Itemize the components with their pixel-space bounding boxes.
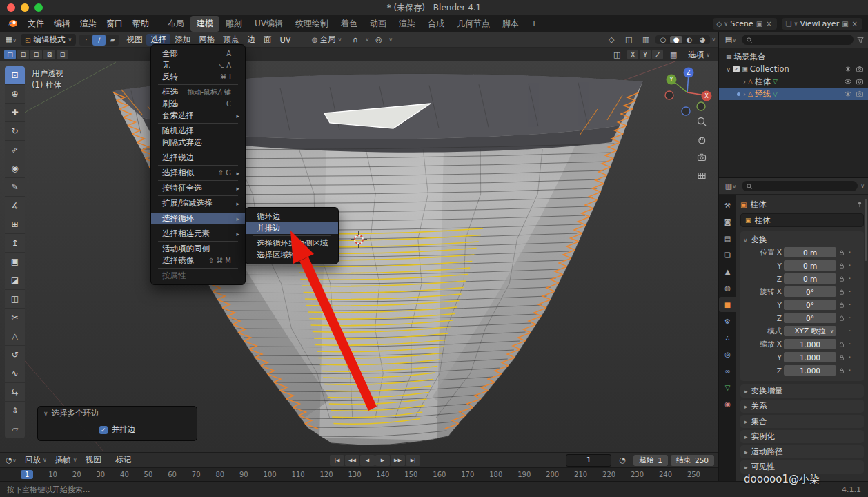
tool-move[interactable]: ✚: [5, 104, 25, 122]
scene-collection-row[interactable]: ▦ 场景集合: [719, 50, 868, 63]
show-gizmo-toggle[interactable]: ◇: [603, 35, 620, 45]
face-select-button[interactable]: ▰: [106, 35, 119, 46]
tool-measure[interactable]: ∡: [5, 197, 25, 215]
expand-icon[interactable]: ›: [743, 78, 746, 86]
side-of-active[interactable]: 活动项的同侧 ▸: [151, 243, 245, 255]
menu-item[interactable]: ▸: [158, 150, 238, 150]
tool-shear[interactable]: ▱: [5, 420, 25, 438]
circle-select[interactable]: 刷选 C ▸: [151, 98, 245, 110]
select-linked[interactable]: 选择相连元素 ▸: [151, 228, 245, 240]
view-menu[interactable]: 视图 ∨: [81, 454, 112, 466]
clock-icon[interactable]: ◔: [614, 455, 631, 465]
frame-tick[interactable]: 120: [319, 471, 333, 478]
menu-file[interactable]: 文件: [23, 17, 49, 31]
frame-tick[interactable]: 180: [489, 471, 502, 478]
shading-material[interactable]: ◐: [683, 36, 696, 43]
tool-smooth[interactable]: ∿: [5, 364, 25, 383]
lasso-select[interactable]: 套索选择 ▸: [151, 110, 245, 121]
lock-icon[interactable]: [838, 354, 845, 361]
value-field[interactable]: 0 m ∨: [784, 247, 836, 257]
menu-item[interactable]: ▸: [158, 84, 238, 85]
outliner-search[interactable]: [742, 35, 854, 45]
select-all-by-trait[interactable]: 按特征全选 ▸: [151, 182, 245, 194]
toggle-ortho-button[interactable]: [693, 167, 710, 184]
section-collections[interactable]: ▸ 集合: [740, 415, 864, 428]
menu-window[interactable]: 窗口: [101, 17, 128, 31]
snap-magnet-toggle[interactable]: ∩: [347, 35, 364, 45]
uv-menu[interactable]: UV: [275, 34, 295, 46]
shading-solid[interactable]: ●: [670, 36, 682, 43]
transform-panel-header[interactable]: ∨ 变换: [743, 234, 861, 246]
menu-item[interactable]: ▸: [158, 123, 238, 124]
select-op-intersect[interactable]: ⊡: [57, 50, 68, 59]
menu-item[interactable]: ▸: [158, 211, 238, 211]
frame-tick[interactable]: 60: [168, 471, 177, 478]
zoom-window-button[interactable]: [34, 3, 43, 12]
timeline-editor-type-button[interactable]: ◔∨: [3, 455, 19, 465]
frame-tick[interactable]: 50: [144, 471, 153, 478]
lock-icon[interactable]: [838, 249, 845, 256]
outliner-object-row[interactable]: › △ 经线 ▽: [719, 88, 868, 100]
close-window-button[interactable]: [7, 3, 15, 12]
animate-dot[interactable]: ·: [847, 300, 852, 310]
remove-viewlayer-button[interactable]: ×: [851, 20, 858, 28]
orientation-dropdown[interactable]: ◍ 全局 ∨: [308, 34, 346, 46]
workspace-texture-paint[interactable]: 纹理绘制: [289, 16, 335, 32]
workspace-scripting[interactable]: 脚本: [496, 16, 525, 32]
workspace-geometry-nodes[interactable]: 几何节点: [451, 16, 496, 32]
frame-tick[interactable]: 130: [348, 471, 361, 478]
edge-select-button[interactable]: ∕: [92, 35, 106, 46]
playback-menu[interactable]: 回放 ∨: [21, 454, 51, 466]
frame-tick[interactable]: 80: [215, 471, 224, 478]
minimize-window-button[interactable]: [21, 3, 29, 12]
new-scene-button[interactable]: ▣: [756, 20, 763, 28]
tab-view-layer[interactable]: ❏: [719, 247, 736, 262]
menu-item[interactable]: ▸: [158, 226, 238, 226]
select-op-subtract[interactable]: ⊟: [30, 50, 42, 59]
menu-help[interactable]: 帮助: [128, 17, 154, 31]
mirror-x-toggle[interactable]: X: [627, 50, 638, 59]
next-keyframe-button[interactable]: ▶▶: [391, 455, 405, 466]
outliner-object-row[interactable]: › △ 柱体 ▽: [719, 75, 868, 88]
disable-render-icon[interactable]: [856, 90, 864, 98]
tab-particles[interactable]: ∴: [719, 330, 736, 345]
jump-end-button[interactable]: ▶|: [406, 455, 420, 466]
edge-rings-checkbox[interactable]: ✓: [99, 426, 108, 434]
frame-tick[interactable]: 160: [433, 471, 446, 478]
select-sharp-edges[interactable]: 选择锐边 ▸: [151, 152, 245, 164]
tab-physics[interactable]: ◎: [719, 347, 736, 362]
jump-start-button[interactable]: |◀: [330, 455, 344, 466]
frame-tick[interactable]: 240: [659, 471, 672, 478]
current-frame-field[interactable]: 1: [566, 454, 611, 467]
hide-eye-icon[interactable]: [844, 90, 852, 98]
camera-view-button[interactable]: [693, 149, 710, 166]
face-menu[interactable]: 面: [259, 34, 276, 46]
value-field[interactable]: XYZ 欧拉 ∨: [784, 326, 836, 336]
hide-eye-icon[interactable]: [844, 77, 852, 86]
prev-keyframe-button[interactable]: ◀◀: [345, 455, 359, 466]
animate-dot[interactable]: ·: [847, 260, 852, 271]
tool-scale[interactable]: ⇗: [5, 141, 25, 159]
view-menu[interactable]: 视图: [122, 34, 146, 46]
tab-modifiers[interactable]: ⚙: [719, 313, 736, 329]
tool-cursor[interactable]: ⊕: [5, 85, 25, 104]
boundary-loop[interactable]: 选择区域轮廓 ▸: [246, 249, 338, 261]
tab-scene[interactable]: ▲: [719, 264, 736, 279]
workspace-layout[interactable]: 布局: [161, 16, 190, 32]
keying-menu[interactable]: 插帧 ∨: [51, 454, 81, 466]
tool-loop-cut[interactable]: ◫: [5, 290, 25, 309]
animate-dot[interactable]: ·: [847, 326, 852, 336]
tool-poly-build[interactable]: △: [5, 327, 25, 346]
frame-tick[interactable]: 210: [574, 471, 587, 478]
shading-options-dropdown[interactable]: ∨: [711, 37, 716, 43]
tab-world[interactable]: ◍: [719, 280, 736, 295]
xray-toggle[interactable]: ▥: [638, 35, 654, 45]
pin-icon[interactable]: [856, 200, 864, 208]
tab-object[interactable]: ■: [719, 297, 736, 312]
menu-item[interactable]: ▸: [158, 241, 238, 242]
value-field[interactable]: 0° ∨: [784, 313, 836, 323]
tool-knife[interactable]: ✂: [5, 309, 25, 327]
value-field[interactable]: 0 m ∨: [784, 260, 836, 271]
select-op-new[interactable]: □: [4, 50, 16, 59]
workspace-rendering[interactable]: 渲染: [393, 16, 422, 32]
